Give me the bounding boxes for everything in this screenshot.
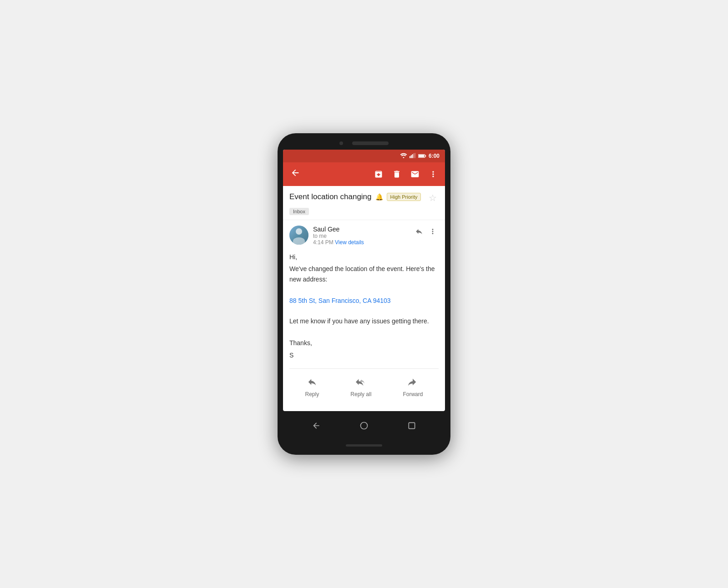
status-bar: 6:00 xyxy=(283,150,445,162)
app-bar-actions xyxy=(370,166,441,182)
mark-unread-button[interactable] xyxy=(407,166,423,182)
forward-icon xyxy=(408,377,418,389)
svg-rect-4 xyxy=(415,153,415,158)
phone-screen: 6:00 xyxy=(283,150,445,412)
body-line2: We've changed the location of the event.… xyxy=(289,264,439,284)
reply-button[interactable]: Reply xyxy=(296,373,329,401)
email-body: Hi, We've changed the location of the ev… xyxy=(289,252,439,369)
body-line3: Let me know if you have any issues getti… xyxy=(289,316,439,326)
priority-badge: High Priority xyxy=(387,193,421,201)
avatar-image xyxy=(289,226,308,245)
status-time: 6:00 xyxy=(429,153,440,159)
body-line5: S xyxy=(289,350,439,360)
message-more-button[interactable] xyxy=(427,226,439,240)
inbox-tag[interactable]: Inbox xyxy=(289,208,309,215)
sender-to: to me xyxy=(313,233,409,239)
nav-back-button[interactable] xyxy=(303,418,330,435)
svg-rect-6 xyxy=(419,155,424,157)
bell-emoji: 🔔 xyxy=(375,193,383,201)
body-line1: Hi, xyxy=(289,252,439,262)
reply-label: Reply xyxy=(305,391,319,397)
bottom-nav-bar xyxy=(283,413,445,441)
email-title-row: Event location changing 🔔 High Priority … xyxy=(289,192,439,203)
email-header: Event location changing 🔔 High Priority … xyxy=(283,186,445,220)
camera xyxy=(339,141,343,145)
address-link[interactable]: 88 5th St, San Francisco, CA 94103 xyxy=(289,296,439,306)
signal-icon xyxy=(410,152,416,160)
email-message: Saul Gee to me 4:14 PM View details xyxy=(283,220,445,412)
reply-icon xyxy=(307,377,317,389)
view-details-link[interactable]: View details xyxy=(335,239,364,246)
svg-rect-9 xyxy=(409,423,415,429)
sender-name: Saul Gee xyxy=(313,226,409,233)
forward-label: Forward xyxy=(403,391,423,397)
email-actions: Reply Reply all xyxy=(289,369,439,406)
nav-recents-button[interactable] xyxy=(398,418,425,435)
sender-time: 4:14 PM View details xyxy=(313,239,409,246)
avatar xyxy=(289,226,308,245)
sender-actions xyxy=(413,226,439,240)
reply-all-label: Reply all xyxy=(350,391,371,397)
sender-info: Saul Gee to me 4:14 PM View details xyxy=(313,226,409,246)
body-line4: Thanks, xyxy=(289,338,439,348)
star-button[interactable]: ☆ xyxy=(427,192,439,203)
back-button[interactable] xyxy=(287,164,304,184)
phone-frame: 6:00 xyxy=(278,133,450,455)
more-options-button[interactable] xyxy=(425,166,441,182)
battery-icon xyxy=(418,152,426,160)
svg-point-8 xyxy=(360,422,367,429)
forward-button[interactable]: Forward xyxy=(394,373,432,401)
reply-all-button[interactable]: Reply all xyxy=(341,373,380,401)
app-bar xyxy=(283,162,445,186)
email-subject: Event location changing xyxy=(289,192,372,201)
sender-row: Saul Gee to me 4:14 PM View details xyxy=(289,226,439,246)
email-title-left: Event location changing 🔔 High Priority xyxy=(289,192,427,201)
archive-button[interactable] xyxy=(370,166,387,182)
svg-rect-0 xyxy=(410,156,410,158)
bottom-handle xyxy=(283,444,445,447)
wifi-icon xyxy=(400,152,407,160)
phone-top-bar xyxy=(283,141,445,145)
reply-all-icon xyxy=(356,377,366,389)
nav-home-button[interactable] xyxy=(350,418,378,435)
svg-rect-1 xyxy=(411,155,412,158)
svg-rect-7 xyxy=(425,155,426,156)
speaker xyxy=(352,141,389,145)
svg-rect-2 xyxy=(412,154,413,158)
quick-reply-button[interactable] xyxy=(413,226,425,239)
delete-button[interactable] xyxy=(389,166,405,182)
status-icons: 6:00 xyxy=(400,152,440,160)
svg-rect-3 xyxy=(413,153,414,158)
